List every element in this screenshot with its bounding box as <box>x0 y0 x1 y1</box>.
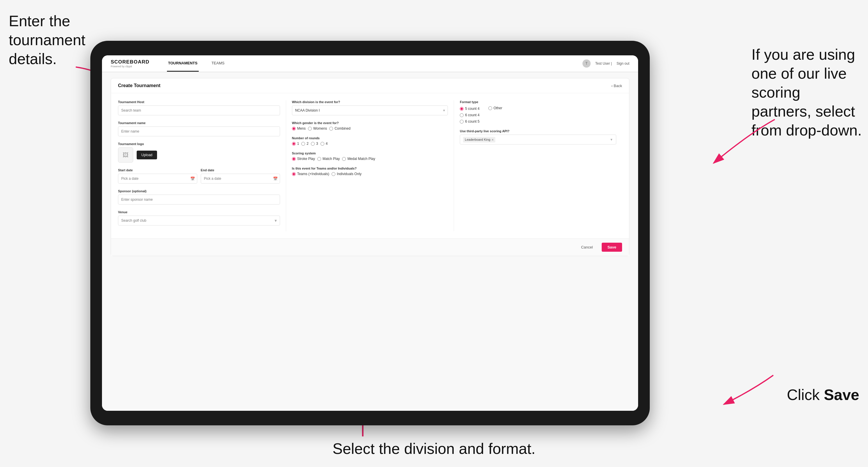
live-scoring-select[interactable]: Leaderboard King × ▼ <box>460 134 616 145</box>
logo-subtitle: Powered by clippit <box>111 65 150 68</box>
tablet-screen: SCOREBOARD Powered by clippit TOURNAMENT… <box>102 55 638 411</box>
division-select[interactable]: NCAA Division I <box>292 105 448 115</box>
live-scoring-label: Use third-party live scoring API? <box>460 129 616 133</box>
format-label: Format type <box>460 100 616 104</box>
sponsor-label: Sponsor (optional) <box>118 189 280 193</box>
end-date-input[interactable] <box>201 174 280 184</box>
live-scoring-dropdown-icon: ▼ <box>610 138 613 141</box>
end-date-wrap: 📅 <box>201 174 280 184</box>
scoring-medal[interactable]: Medal Match Play <box>342 157 375 161</box>
form-container: Create Tournament ‹ Back Tournament Host… <box>111 78 629 256</box>
main-content: Create Tournament ‹ Back Tournament Host… <box>102 72 638 411</box>
scoring-stroke[interactable]: Stroke Play <box>292 157 315 161</box>
scoring-match[interactable]: Match Play <box>317 157 340 161</box>
venue-group: Venue ▼ <box>118 210 280 225</box>
arrow-bottom-right <box>701 367 782 413</box>
teams-group: Is this event for Teams and/or Individua… <box>292 167 448 176</box>
teams-radio-row: Teams (+Individuals) Individuals Only <box>292 172 448 176</box>
scoring-group: Scoring system Stroke Play Match Play <box>292 152 448 161</box>
live-scoring-group: Use third-party live scoring API? Leader… <box>460 129 616 145</box>
logo-area: SCOREBOARD Powered by clippit <box>111 59 150 68</box>
nav-right: T Test User | Sign out <box>583 59 629 68</box>
date-group: Start date 📅 End date <box>118 168 280 184</box>
venue-dropdown-icon: ▼ <box>274 218 278 223</box>
rounds-radio-row: 1 2 3 <box>292 142 448 146</box>
other-group: Other <box>488 106 502 110</box>
user-label: Test User | <box>595 61 612 66</box>
teams-label: Is this event for Teams and/or Individua… <box>292 167 448 170</box>
form-col-1: Tournament Host Tournament name Tourname… <box>118 100 286 231</box>
venue-input[interactable] <box>118 216 280 225</box>
logo-preview: 🖼 <box>118 148 133 162</box>
end-date-group: End date 📅 <box>201 168 280 184</box>
teams-ind-only[interactable]: Individuals Only <box>332 172 362 176</box>
start-date-input[interactable] <box>118 174 197 184</box>
rounds-group: Number of rounds 1 2 <box>292 136 448 146</box>
sponsor-input[interactable] <box>118 195 280 205</box>
sign-out-link[interactable]: Sign out <box>617 61 629 66</box>
logo-upload-area: 🖼 Upload <box>118 148 280 162</box>
tournament-name-group: Tournament name <box>118 121 280 136</box>
annotation-bottom-right: Click Save <box>787 385 859 404</box>
format-group: Format type 5 count 4 6 count <box>460 100 616 124</box>
gender-womens[interactable]: Womens <box>308 126 327 130</box>
tournament-host-input[interactable] <box>118 105 280 115</box>
tournament-host-group: Tournament Host <box>118 100 280 115</box>
calendar-icon-2: 📅 <box>273 177 278 181</box>
end-date-label: End date <box>201 168 280 172</box>
scoring-radio-row: Stroke Play Match Play Medal Match Play <box>292 157 448 161</box>
cancel-button[interactable]: Cancel <box>576 243 598 252</box>
rounds-1[interactable]: 1 <box>292 142 299 146</box>
format-6count5[interactable]: 6 count 5 <box>460 119 479 124</box>
navbar: SCOREBOARD Powered by clippit TOURNAMENT… <box>102 55 638 72</box>
start-date-label: Start date <box>118 168 197 172</box>
form-col-3: Format type 5 count 4 6 count <box>454 100 622 231</box>
gender-radio-row: Mens Womens Combined <box>292 126 448 130</box>
rounds-4[interactable]: 4 <box>320 142 328 146</box>
sponsor-group: Sponsor (optional) <box>118 189 280 205</box>
calendar-icon: 📅 <box>190 177 195 181</box>
nav-tournaments[interactable]: TOURNAMENTS <box>167 55 199 72</box>
form-footer: Cancel Save <box>111 238 629 256</box>
format-6count4[interactable]: 6 count 4 <box>460 113 479 117</box>
annotation-bottom-center: Select the division and format. <box>333 439 535 458</box>
start-date-wrap: 📅 <box>118 174 197 184</box>
gender-label: Which gender is the event for? <box>292 121 448 125</box>
format-5count4[interactable]: 5 count 4 <box>460 106 479 111</box>
save-button[interactable]: Save <box>602 243 622 252</box>
scoring-label: Scoring system <box>292 152 448 155</box>
arrow-top-right <box>690 111 783 175</box>
form-body: Tournament Host Tournament name Tourname… <box>111 93 629 238</box>
gender-combined[interactable]: Combined <box>329 126 350 130</box>
teams-plus-ind[interactable]: Teams (+Individuals) <box>292 172 329 176</box>
tournament-logo-group: Tournament logo 🖼 Upload <box>118 142 280 162</box>
start-date-group: Start date 📅 <box>118 168 197 184</box>
tournament-logo-label: Tournament logo <box>118 142 280 146</box>
rounds-label: Number of rounds <box>292 136 448 140</box>
form-header: Create Tournament ‹ Back <box>111 79 629 93</box>
venue-label: Venue <box>118 210 280 214</box>
tournament-name-label: Tournament name <box>118 121 280 125</box>
form-title: Create Tournament <box>118 83 160 88</box>
nav-teams[interactable]: TEAMS <box>210 55 226 72</box>
tag-remove-icon[interactable]: × <box>492 137 494 142</box>
user-avatar: T <box>583 59 591 68</box>
division-group: Which division is the event for? NCAA Di… <box>292 100 448 115</box>
rounds-3[interactable]: 3 <box>311 142 318 146</box>
gender-group: Which gender is the event for? Mens Wome… <box>292 121 448 130</box>
division-label: Which division is the event for? <box>292 100 448 104</box>
gender-mens[interactable]: Mens <box>292 126 306 130</box>
format-other[interactable]: Other <box>488 106 502 110</box>
live-scoring-tag: Leaderboard King × <box>463 137 495 143</box>
logo-title: SCOREBOARD <box>111 59 150 65</box>
tournament-name-input[interactable] <box>118 126 280 136</box>
format-radio-group: 5 count 4 6 count 4 6 count 5 <box>460 106 479 124</box>
back-button[interactable]: ‹ Back <box>611 84 622 88</box>
rounds-2[interactable]: 2 <box>301 142 309 146</box>
date-row: Start date 📅 End date <box>118 168 280 184</box>
tablet-frame: SCOREBOARD Powered by clippit TOURNAMENT… <box>90 41 650 425</box>
tournament-host-label: Tournament Host <box>118 100 280 104</box>
upload-button[interactable]: Upload <box>137 151 157 159</box>
form-col-2: Which division is the event for? NCAA Di… <box>286 100 454 231</box>
